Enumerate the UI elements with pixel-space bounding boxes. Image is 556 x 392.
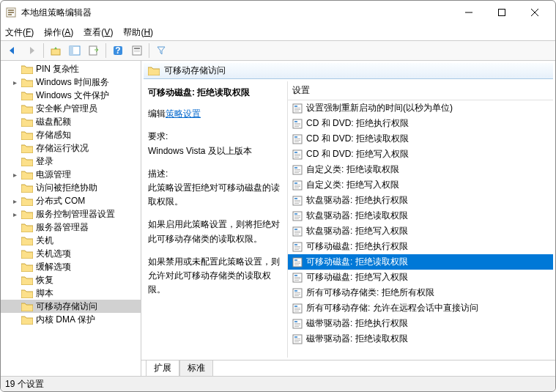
list-item[interactable]: 所有可移动存储类: 拒绝所有权限 xyxy=(288,285,553,300)
description-enabled: 如果启用此策略设置，则将拒绝对此可移动存储类的读取权限。 xyxy=(148,218,280,245)
tree-item-label: 服务控制管理器设置 xyxy=(36,208,115,221)
svg-rect-36 xyxy=(294,155,300,156)
folder-icon xyxy=(21,91,33,100)
list-item[interactable]: CD 和 DVD: 拒绝执行权限 xyxy=(288,116,553,131)
list-item[interactable]: 所有可移动存储: 允许在远程会话中直接访问 xyxy=(288,300,553,316)
menu-file[interactable]: 文件(F) xyxy=(5,26,34,39)
list-item[interactable]: 可移动磁盘: 拒绝执行权限 xyxy=(288,239,553,254)
tree-item-label: 磁盘配额 xyxy=(36,116,71,128)
tree-item[interactable]: 访问被拒绝协助 xyxy=(1,181,141,194)
filter-button[interactable] xyxy=(152,42,170,59)
tree-item-label: 分布式 COM xyxy=(36,195,85,207)
list-item[interactable]: 可移动磁盘: 拒绝写入权限 xyxy=(288,270,553,285)
list-item[interactable]: CD 和 DVD: 拒绝写入权限 xyxy=(288,147,553,162)
tabs: 扩展 标准 xyxy=(141,360,555,376)
tab-standard[interactable]: 标准 xyxy=(179,360,213,376)
list-item[interactable]: 可移动磁盘: 拒绝读取权限 xyxy=(288,254,553,270)
forward-button[interactable] xyxy=(23,42,40,59)
tree-item[interactable]: PIN 复杂性 xyxy=(1,62,141,75)
up-button[interactable] xyxy=(47,42,64,59)
list-item-label: CD 和 DVD: 拒绝写入权限 xyxy=(306,148,409,160)
tree-item[interactable]: 可移动存储访问 xyxy=(1,300,141,313)
tab-extended[interactable]: 扩展 xyxy=(146,360,179,376)
description-disabled: 如果禁用或未配置此策略设置，则允许对此可移动存储类的读取权限。 xyxy=(148,255,280,297)
tree-item[interactable]: 磁盘配额 xyxy=(1,115,141,128)
svg-rect-16 xyxy=(134,50,140,51)
list-item[interactable]: 自定义类: 拒绝写入权限 xyxy=(288,177,553,193)
tree-item[interactable]: 内核 DMA 保护 xyxy=(1,313,141,326)
svg-rect-24 xyxy=(294,121,297,122)
menu-action[interactable]: 操作(A) xyxy=(44,26,73,39)
svg-rect-66 xyxy=(294,248,300,248)
list-item[interactable]: 设置强制重新启动的时间(以秒为单位) xyxy=(288,100,553,116)
chevron-right-icon[interactable]: ▸ xyxy=(11,78,18,86)
export-button[interactable] xyxy=(85,42,103,59)
tree-item[interactable]: 登录 xyxy=(1,155,141,168)
settings-list[interactable]: 设置 设置强制重新启动的时间(以秒为单位)CD 和 DVD: 拒绝执行权限CD … xyxy=(287,81,553,358)
svg-rect-42 xyxy=(294,172,299,173)
tree-item[interactable]: Windows 文件保护 xyxy=(1,89,141,102)
help-button[interactable]: ? xyxy=(109,42,127,59)
tree-item[interactable]: 存储运行状况 xyxy=(1,141,141,155)
settings-list-header[interactable]: 设置 xyxy=(288,81,553,100)
list-item[interactable]: 软盘驱动器: 拒绝读取权限 xyxy=(288,208,553,223)
status-text: 19 个设置 xyxy=(5,378,44,391)
tree-item[interactable]: ▸分布式 COM xyxy=(1,194,141,207)
tree-item-label: 关机选项 xyxy=(36,248,71,260)
svg-rect-8 xyxy=(51,49,60,55)
tree-item-label: 服务器管理器 xyxy=(36,221,89,234)
tree-item[interactable]: 服务器管理器 xyxy=(1,221,141,234)
show-hide-tree-button[interactable] xyxy=(66,42,84,59)
folder-icon xyxy=(21,302,33,311)
tree-item[interactable]: ▸服务控制管理器设置 xyxy=(1,207,141,221)
app-icon xyxy=(5,7,17,18)
tree-item[interactable]: 安全帐户管理员 xyxy=(1,102,141,115)
tree-item-label: 恢复 xyxy=(36,274,53,286)
edit-policy-link[interactable]: 策略设置 xyxy=(166,108,201,119)
tree-item[interactable]: ▸电源管理 xyxy=(1,168,141,181)
tree-pane[interactable]: PIN 复杂性▸Windows 时间服务Windows 文件保护安全帐户管理员磁… xyxy=(1,61,141,376)
back-button[interactable] xyxy=(4,42,21,59)
list-item[interactable]: 软盘驱动器: 拒绝执行权限 xyxy=(288,193,553,208)
minimize-button[interactable] xyxy=(452,1,485,23)
chevron-right-icon[interactable]: ▸ xyxy=(11,210,18,218)
tree-item[interactable]: ▸Windows 时间服务 xyxy=(1,75,141,89)
tree-item[interactable]: 脚本 xyxy=(1,286,141,300)
tree-item[interactable]: 恢复 xyxy=(1,273,141,286)
folder-icon xyxy=(21,144,33,153)
right-pane: 可移动存储访问 可移动磁盘: 拒绝读取权限 编辑策略设置 要求: Windows… xyxy=(141,61,555,376)
svg-rect-20 xyxy=(294,108,300,108)
list-item-label: 软盘驱动器: 拒绝读取权限 xyxy=(306,210,408,222)
folder-icon xyxy=(21,210,33,219)
svg-rect-19 xyxy=(294,106,297,107)
svg-rect-91 xyxy=(294,325,300,325)
svg-rect-41 xyxy=(294,171,300,171)
menu-help[interactable]: 帮助(H) xyxy=(123,26,153,39)
folder-icon xyxy=(21,262,33,272)
tree-item[interactable]: 缓解选项 xyxy=(1,260,141,273)
toolbar: ? xyxy=(1,40,555,61)
list-item[interactable]: 自定义类: 拒绝读取权限 xyxy=(288,162,553,177)
properties-button[interactable] xyxy=(128,42,146,59)
svg-rect-85 xyxy=(294,308,300,308)
list-item[interactable]: 磁带驱动器: 拒绝读取权限 xyxy=(288,331,553,347)
maximize-button[interactable] xyxy=(485,1,518,23)
policy-icon xyxy=(292,211,303,221)
tree-item[interactable]: 关机选项 xyxy=(1,247,141,260)
svg-rect-3 xyxy=(8,14,12,15)
chevron-right-icon[interactable]: ▸ xyxy=(11,197,18,205)
list-item[interactable]: 软盘驱动器: 拒绝写入权限 xyxy=(288,223,553,239)
list-item-label: 设置强制重新启动的时间(以秒为单位) xyxy=(306,102,453,114)
svg-rect-62 xyxy=(294,234,299,234)
folder-icon xyxy=(148,66,160,75)
svg-rect-37 xyxy=(294,157,299,158)
statusbar: 19 个设置 xyxy=(1,376,555,391)
list-item-label: 可移动磁盘: 拒绝写入权限 xyxy=(306,271,408,284)
tree-item[interactable]: 存储感知 xyxy=(1,128,141,141)
close-button[interactable] xyxy=(518,1,551,23)
chevron-right-icon[interactable]: ▸ xyxy=(11,171,18,179)
menu-view[interactable]: 查看(V) xyxy=(84,26,113,39)
list-item[interactable]: CD 和 DVD: 拒绝读取权限 xyxy=(288,131,553,147)
list-item[interactable]: 磁带驱动器: 拒绝执行权限 xyxy=(288,316,553,331)
tree-item[interactable]: 关机 xyxy=(1,234,141,247)
